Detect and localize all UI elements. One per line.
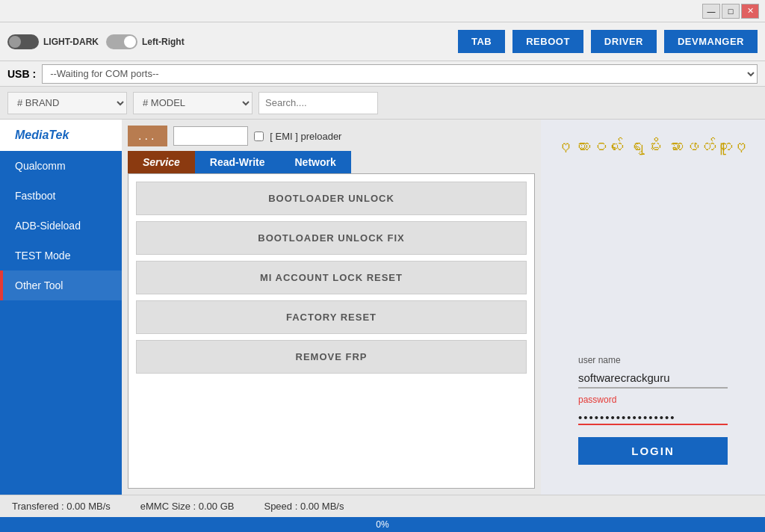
- username-label: user name: [578, 355, 728, 365]
- devmanager-button[interactable]: DEVMANGER: [664, 30, 758, 53]
- right-panel: ♡ ထားဝယ် ရွေးမိး ဆားဖတ်တူး ♡ user name s…: [541, 120, 765, 495]
- service-panel: BOOTLOADER UNLOCK BOOTLOADER UNLOCK FIX …: [128, 173, 535, 489]
- sidebar-item-qualcomm[interactable]: Qualcomm: [0, 151, 122, 181]
- mi-account-lock-reset-button[interactable]: MI ACCOUNT LOCK RESET: [136, 261, 527, 294]
- sidebar-item-other-tool[interactable]: Other Tool: [0, 270, 122, 300]
- brand-row: # BRAND # MODEL: [0, 87, 765, 120]
- minimize-button[interactable]: —: [702, 4, 720, 19]
- usb-select[interactable]: --Waiting for COM ports--: [42, 64, 758, 84]
- close-button[interactable]: ✕: [741, 4, 759, 19]
- theme-toggle-label: LIGHT-DARK: [43, 37, 99, 47]
- password-input[interactable]: [578, 411, 728, 425]
- factory-reset-button[interactable]: FACTORY RESET: [136, 300, 527, 334]
- toolbar: LIGHT-DARK Left-Right TAB REBOOT DRIVER …: [0, 22, 765, 61]
- speed-status: Speed : 0.00 MB/s: [264, 501, 344, 512]
- status-bar: Transfered : 0.00 MB/s eMMC Size : 0.00 …: [0, 495, 765, 517]
- search-input[interactable]: [258, 92, 378, 114]
- title-bar: — □ ✕: [0, 0, 765, 22]
- emmc-size-status: eMMC Size : 0.00 GB: [140, 501, 235, 512]
- tab-read-write[interactable]: Read-Write: [195, 151, 280, 173]
- layout-toggle[interactable]: [106, 34, 137, 49]
- transferred-status: Transfered : 0.00 MB/s: [12, 501, 111, 512]
- sidebar-item-adb-sideload[interactable]: ADB-Sideload: [0, 211, 122, 241]
- layout-toggle-wrap: Left-Right: [106, 34, 185, 49]
- username-value: softwarecrackguru: [578, 371, 728, 389]
- driver-button[interactable]: DRIVER: [591, 30, 657, 53]
- emmi-checkbox[interactable]: [254, 132, 264, 141]
- burmese-text: ♡ ထားဝယ် ရွေးမိး ဆားဖတ်တူး ♡: [561, 134, 744, 159]
- brand-select[interactable]: # BRAND: [7, 92, 127, 114]
- login-form: user name softwarecrackguru password LOG…: [578, 355, 728, 465]
- sidebar-item-mediatek[interactable]: MediaTek: [0, 120, 122, 151]
- tab-service[interactable]: Service: [128, 151, 195, 173]
- remove-frp-button[interactable]: REMOVE FRP: [136, 340, 527, 374]
- theme-toggle-wrap: LIGHT-DARK: [7, 34, 99, 49]
- tab-network[interactable]: Network: [279, 151, 350, 173]
- tab-button[interactable]: TAB: [458, 30, 505, 53]
- emmi-input[interactable]: [173, 126, 248, 146]
- main-area: MediaTek Qualcomm Fastboot ADB-Sideload …: [0, 120, 765, 495]
- reboot-button[interactable]: REBOOT: [512, 30, 583, 53]
- theme-toggle[interactable]: [7, 34, 39, 49]
- sidebar-item-fastboot[interactable]: Fastboot: [0, 181, 122, 211]
- maximize-button[interactable]: □: [722, 4, 740, 19]
- tab-row: Service Read-Write Network: [128, 151, 535, 173]
- emmi-label: [ EMI ] preloader: [270, 131, 341, 142]
- layout-toggle-label: Left-Right: [142, 37, 185, 47]
- usb-label: USB :: [7, 68, 36, 80]
- password-label: password: [578, 395, 728, 405]
- sidebar-item-test-mode[interactable]: TEST Mode: [0, 241, 122, 270]
- emmi-row: ... [ EMI ] preloader: [128, 126, 535, 146]
- progress-percent: 0%: [376, 519, 388, 530]
- dots-button[interactable]: ...: [128, 126, 167, 146]
- usb-row: USB : --Waiting for COM ports--: [0, 61, 765, 87]
- sidebar: MediaTek Qualcomm Fastboot ADB-Sideload …: [0, 120, 122, 495]
- bootloader-unlock-fix-button[interactable]: BOOTLOADER UNLOCK FIX: [136, 221, 527, 255]
- progress-bar: 0%: [0, 517, 765, 532]
- login-button[interactable]: LOGIN: [578, 437, 728, 465]
- model-select[interactable]: # MODEL: [133, 92, 253, 114]
- center-panel: ... [ EMI ] preloader Service Read-Write…: [122, 120, 541, 495]
- bootloader-unlock-button[interactable]: BOOTLOADER UNLOCK: [136, 182, 527, 215]
